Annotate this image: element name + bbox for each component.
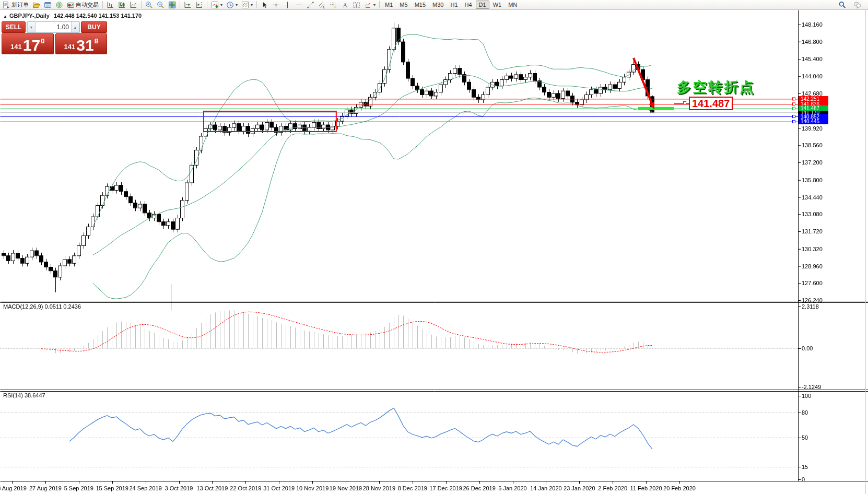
line-chart-button[interactable]: [128, 1, 139, 9]
collapse-arrow-icon: ▲: [3, 14, 7, 19]
axis-tick-label: 128.960: [802, 263, 823, 269]
volume-value[interactable]: 1.00: [36, 22, 71, 32]
time-tick-label: 2 Feb 2020: [598, 485, 627, 491]
trendline-icon: [307, 1, 314, 9]
trendline-button[interactable]: [305, 1, 316, 9]
auto-scroll-button[interactable]: [182, 1, 193, 9]
time-tick-label: 20 Feb 2020: [663, 485, 696, 491]
time-tick-label: 13 Oct 2019: [196, 485, 228, 491]
search-button[interactable]: [837, 1, 848, 9]
toolbar-separator: [379, 1, 380, 8]
toolbar-button-label: 自动交易: [76, 1, 99, 9]
cursor-button[interactable]: [259, 1, 270, 9]
svg-text:A: A: [343, 2, 348, 8]
volume-decrease-button[interactable]: ▼: [27, 22, 36, 32]
timeframe-button-m30[interactable]: M30: [429, 1, 447, 9]
bid-price-pip: 0: [41, 37, 44, 45]
time-tick-label: 27 Aug 2019: [29, 485, 62, 491]
tile-windows-icon: [168, 1, 176, 9]
time-tick-label: 8 Aug 2019: [0, 485, 27, 491]
signals-button[interactable]: [54, 1, 65, 9]
buy-button[interactable]: BUY: [81, 21, 107, 33]
axis-tick-label: -2.1249: [802, 384, 821, 390]
text-label-button[interactable]: T: [351, 1, 362, 9]
timeframe-button-m1[interactable]: M1: [382, 1, 396, 9]
equidistant-channel-button[interactable]: E: [316, 1, 327, 9]
axis-tick-label: 139.920: [802, 125, 823, 132]
fibonacci-icon: F: [330, 1, 337, 9]
chart-title: ▲GBPJPY-,Daily142.448 142.540 141.153 14…: [3, 13, 142, 19]
bars-chart-icon: [107, 1, 114, 9]
bars-chart-button[interactable]: [105, 1, 116, 9]
profile-icon: [32, 1, 40, 9]
periods-button[interactable]: ▾: [225, 1, 239, 9]
vertical-line-button[interactable]: [282, 1, 293, 9]
timeframe-button-h4[interactable]: H4: [462, 1, 475, 9]
timeframe-button-m5[interactable]: M5: [396, 1, 410, 9]
timeframe-button-d1[interactable]: D1: [476, 1, 489, 9]
crosshair-icon: [272, 1, 280, 9]
chevron-down-icon[interactable]: ▾: [251, 3, 253, 7]
periods-icon: [226, 1, 234, 9]
zoom-out-button[interactable]: [155, 1, 166, 9]
chevron-down-icon[interactable]: ▾: [220, 3, 222, 7]
axis-tick-label: 133.080: [802, 211, 823, 217]
volume-increase-button[interactable]: ▲: [71, 22, 79, 32]
toolbar-separator: [180, 1, 180, 8]
arrows-button[interactable]: ▾: [362, 1, 377, 9]
fibonacci-button[interactable]: F: [328, 1, 339, 9]
horizontal-line-button[interactable]: [294, 1, 304, 9]
candles-chart-button[interactable]: [116, 1, 127, 9]
toolbar-button-label: 新订单: [11, 1, 29, 9]
text-button[interactable]: A: [339, 1, 350, 9]
axis-tick-label: 80: [802, 409, 808, 416]
chevron-down-icon[interactable]: ▾: [373, 3, 376, 7]
cursor-icon: [261, 1, 268, 9]
autotrading-button[interactable]: 自动交易: [65, 1, 100, 9]
toolbar-separator: [141, 1, 142, 8]
axis-tick-label: 0.00: [802, 345, 813, 351]
editor-button[interactable]: [42, 1, 53, 9]
volume-stepper[interactable]: ▼ 1.00 ▲: [27, 21, 80, 33]
sell-button[interactable]: SELL: [2, 21, 26, 33]
indicators-button[interactable]: ▾: [209, 1, 224, 9]
zoom-in-button[interactable]: [144, 1, 155, 9]
axis-tick-label: 2.3118: [802, 303, 819, 310]
zoom-out-icon: [157, 1, 165, 9]
text-label-icon: T: [353, 1, 360, 9]
time-tick-label: 8 Dec 2019: [398, 485, 427, 491]
axis-tick-label: 144.040: [802, 73, 823, 79]
axis-tick-label: 148.160: [802, 21, 823, 28]
time-tick-label: 28 Nov 2019: [363, 485, 395, 491]
axis-tick-label: 126.240: [802, 297, 823, 303]
axis-tick-label: 15: [802, 464, 808, 470]
axis-tick-label: 145.400: [802, 56, 823, 62]
templates-icon: [241, 1, 249, 9]
time-tick-label: 15 Sep 2019: [96, 485, 128, 491]
chevron-down-icon[interactable]: ▾: [236, 3, 238, 7]
time-tick-label: 11 Feb 2020: [630, 485, 662, 491]
axis-tick-label: 0: [802, 476, 805, 483]
timeframe-button-mn[interactable]: MN: [505, 1, 520, 9]
templates-button[interactable]: ▾: [240, 1, 254, 9]
auto-scroll-icon: [184, 1, 192, 9]
time-tick-label: 5 Jan 2020: [498, 485, 526, 491]
bid-price-prefix: 141: [10, 43, 22, 51]
new-order-button[interactable]: 新订单: [1, 1, 30, 9]
chart-shift-button[interactable]: [194, 1, 205, 9]
buy-price-button[interactable]: 141318: [55, 33, 108, 54]
ask-price-prefix: 141: [64, 43, 76, 51]
chat-icon: [853, 1, 861, 9]
symbol-period-label: GBPJPY-,Daily: [9, 13, 50, 19]
timeframe-button-h1[interactable]: H1: [447, 1, 461, 9]
chart-shift-icon: [195, 1, 203, 9]
axis-tick-label: 131.720: [802, 228, 823, 234]
tile-windows-button[interactable]: [167, 1, 178, 9]
callout-leader-line: [674, 103, 689, 104]
crosshair-button[interactable]: [271, 1, 281, 9]
sell-price-button[interactable]: 141170: [2, 33, 54, 54]
timeframe-button-m15[interactable]: M15: [412, 1, 429, 9]
chat-button[interactable]: [852, 1, 863, 9]
profile-button[interactable]: [31, 1, 42, 9]
timeframe-button-w1[interactable]: W1: [490, 1, 505, 9]
